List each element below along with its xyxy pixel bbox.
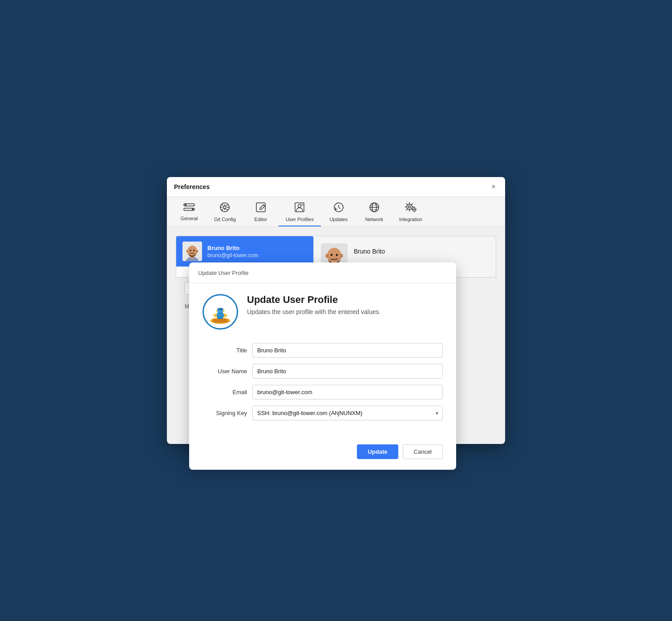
modal-header-text: Update User Profile Updates the user pro…: [247, 294, 443, 315]
close-button[interactable]: ×: [489, 182, 498, 191]
tab-git-config-label: Git Config: [214, 217, 236, 222]
signing-key-label: Signing Key: [202, 410, 247, 416]
modal-heading: Update User Profile: [247, 294, 443, 306]
update-profile-icon: [207, 298, 234, 325]
modal-dialog-title: Update User Profile: [198, 270, 248, 276]
username-input[interactable]: [252, 364, 443, 379]
modal-icon: [202, 294, 238, 330]
signing-key-select-wrapper: SSH: bruno@git-tower.com (AhjNUNXM) ▾: [252, 406, 443, 420]
update-button[interactable]: Update: [357, 444, 398, 459]
title-input[interactable]: [252, 343, 443, 358]
svg-text:@: @: [301, 203, 304, 206]
tab-network-label: Network: [365, 217, 383, 222]
email-label: Email: [202, 389, 247, 395]
tab-editor[interactable]: Editor: [243, 197, 279, 226]
title-label: Title: [202, 347, 247, 354]
tab-user-profiles[interactable]: @ User Profiles: [279, 197, 321, 226]
tab-updates-label: Updates: [329, 217, 348, 222]
signing-key-select[interactable]: SSH: bruno@git-tower.com (AhjNUNXM): [252, 406, 443, 420]
svg-rect-40: [213, 319, 227, 323]
svg-point-13: [408, 206, 410, 208]
svg-point-1: [185, 204, 186, 206]
tab-editor-label: Editor: [255, 217, 267, 222]
signing-key-form-group: Signing Key SSH: bruno@git-tower.com (Ah…: [202, 406, 443, 420]
window-title: Preferences: [174, 183, 210, 190]
username-form-group: User Name: [202, 364, 443, 379]
tab-git-config[interactable]: Git Config: [207, 197, 243, 226]
username-label: User Name: [202, 368, 247, 375]
modal-title-bar: Update User Profile: [189, 262, 456, 283]
tab-bar: General Git Config Editor: [167, 197, 505, 227]
svg-point-22: [194, 250, 195, 251]
general-icon: [183, 202, 195, 214]
tab-integration-label: Integration: [399, 217, 422, 222]
svg-point-19: [186, 250, 189, 253]
svg-point-41: [219, 308, 220, 309]
svg-point-4: [223, 206, 226, 209]
email-input[interactable]: [252, 385, 443, 399]
email-form-group: Email: [202, 385, 443, 399]
svg-point-39: [217, 308, 223, 310]
tab-general[interactable]: General: [171, 197, 207, 226]
svg-point-14: [413, 209, 415, 210]
svg-point-3: [192, 209, 194, 210]
updates-icon: [333, 202, 344, 215]
tab-integration[interactable]: Integration: [392, 197, 429, 226]
modal-dialog: Update User Profile: [189, 262, 456, 470]
tab-network[interactable]: Network: [356, 197, 392, 226]
integration-icon: [404, 202, 417, 215]
title-form-group: Title: [202, 343, 443, 358]
title-bar: Preferences ×: [167, 177, 505, 197]
modal-overlay: Update User Profile: [189, 254, 514, 440]
user-profiles-icon: @: [294, 202, 305, 215]
preferences-window: Preferences × General: [167, 177, 505, 444]
tab-user-profiles-label: User Profiles: [286, 217, 314, 222]
modal-subheading: Updates the user profile with the entere…: [247, 308, 443, 315]
svg-point-20: [196, 250, 198, 253]
svg-rect-37: [217, 314, 224, 317]
main-content: Bruno Brito bruno@git-tower.com: [167, 227, 505, 405]
tab-general-label: General: [180, 216, 198, 221]
git-config-icon: [219, 202, 231, 215]
modal-header-section: Update User Profile Updates the user pro…: [202, 294, 443, 330]
svg-point-23: [192, 252, 193, 253]
tab-updates[interactable]: Updates: [321, 197, 356, 226]
cancel-button[interactable]: Cancel: [403, 444, 443, 459]
editor-icon: [255, 202, 267, 215]
network-icon: [368, 202, 380, 215]
modal-footer: Update Cancel: [189, 437, 456, 470]
svg-point-21: [190, 250, 191, 251]
modal-body: Update User Profile Updates the user pro…: [189, 283, 456, 437]
profile-name: Bruno Brito: [207, 245, 307, 251]
